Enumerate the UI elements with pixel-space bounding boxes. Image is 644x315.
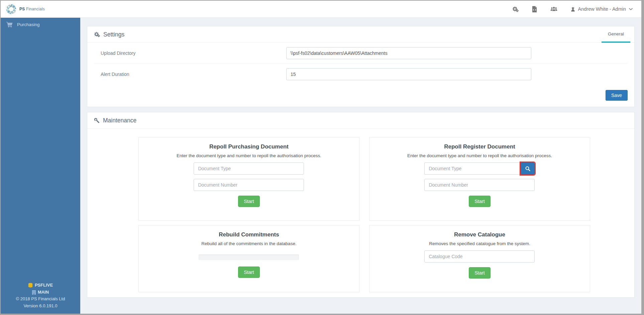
repoll-register-document-type-group <box>424 163 535 175</box>
repoll-purchasing-document-number-input[interactable] <box>194 179 304 191</box>
document-type-search-button[interactable] <box>521 163 535 175</box>
save-button[interactable]: Save <box>606 90 628 101</box>
building-icon <box>32 290 36 295</box>
database-label: MAIN <box>38 289 49 296</box>
environment-row: PSFLIVE <box>1 282 80 289</box>
chevron-down-icon <box>629 8 633 10</box>
environment-label: PSFLIVE <box>35 282 53 289</box>
maintenance-cards-grid: Repoll Purchasing Document Enter the doc… <box>138 137 628 292</box>
brand-name: Financials <box>26 7 45 11</box>
maintenance-panel: Maintenance Repoll Purchasing Document E… <box>87 112 635 298</box>
cogs-icon[interactable] <box>512 6 519 12</box>
upload-directory-field-wrap <box>286 47 531 59</box>
psf-burst-logo <box>6 4 16 14</box>
alert-duration-input[interactable] <box>286 68 531 80</box>
rebuild-progress-bar <box>199 254 299 260</box>
version: Version 6.0.191.0 <box>1 303 80 310</box>
sidebar-nav: Purchasing <box>1 18 80 31</box>
repoll-purchasing-card: Repoll Purchasing Document Enter the doc… <box>138 137 359 221</box>
brand-text: PS Financials <box>19 7 45 11</box>
remove-catalogue-start-button[interactable]: Start <box>469 267 491 279</box>
user-secret-icon <box>571 7 575 12</box>
brand[interactable]: PS Financials <box>6 4 45 14</box>
user-menu-label: Andrew White - Admin <box>578 6 626 12</box>
maintenance-body: Repoll Purchasing Document Enter the doc… <box>87 129 634 297</box>
repoll-register-document-type-input[interactable] <box>424 163 521 175</box>
remove-catalogue-title: Remove Catalogue <box>376 231 583 238</box>
tab-general[interactable]: General <box>602 26 630 43</box>
remove-catalogue-card: Remove Catalogue Removes the specified c… <box>369 225 590 292</box>
repoll-purchasing-document-type-input[interactable] <box>194 163 304 175</box>
remove-catalogue-description: Removes the specified catalogue from the… <box>376 241 583 246</box>
sidebar-item-purchasing[interactable]: Purchasing <box>1 18 80 31</box>
upload-directory-row: Upload Directory <box>94 43 628 64</box>
copyright: © 2018 PS Financials Ltd <box>1 296 80 303</box>
rebuild-commitments-start-button[interactable]: Start <box>238 267 260 278</box>
settings-panel: Settings General Upload Directory Alert … <box>87 26 635 107</box>
alert-duration-field-wrap <box>286 68 531 80</box>
shopping-cart-icon <box>6 22 13 27</box>
file-code-icon[interactable] <box>532 6 537 12</box>
users-icon[interactable] <box>550 6 557 12</box>
brand-ps: PS <box>19 7 25 11</box>
sidebar: Purchasing PSFLIVE <box>1 18 80 314</box>
rebuild-commitments-description: Rebuild all of the commitments in the da… <box>145 241 352 246</box>
maintenance-panel-heading: Maintenance <box>87 112 634 129</box>
rebuild-commitments-card: Rebuild Commitments Rebuild all of the c… <box>138 225 359 292</box>
cogs-icon <box>94 32 100 37</box>
catalogue-code-input[interactable] <box>424 250 535 262</box>
database-row: MAIN <box>1 289 80 296</box>
repoll-register-document-number-input[interactable] <box>424 179 535 191</box>
save-row: Save <box>94 85 628 101</box>
repoll-register-start-button[interactable]: Start <box>469 196 491 207</box>
sidebar-footer: PSFLIVE MAIN © 2018 PS Financials Ltd Ve… <box>1 282 80 314</box>
top-navbar: PS Financials <box>1 1 641 18</box>
settings-panel-heading: Settings General <box>87 26 634 43</box>
repoll-purchasing-description: Enter the document type and number to re… <box>145 153 352 158</box>
repoll-purchasing-start-button[interactable]: Start <box>238 196 260 207</box>
database-icon <box>28 283 33 288</box>
repoll-register-description: Enter the document type and number to re… <box>376 153 583 158</box>
sidebar-item-label: Purchasing <box>17 22 40 27</box>
main-content: Settings General Upload Directory Alert … <box>80 18 641 314</box>
repoll-register-card: Repoll Register Document Enter the docum… <box>369 137 590 221</box>
repoll-purchasing-title: Repoll Purchasing Document <box>145 143 352 150</box>
rebuild-commitments-title: Rebuild Commitments <box>145 231 352 238</box>
search-icon <box>525 166 531 172</box>
settings-panel-title: Settings <box>103 31 124 38</box>
repoll-register-title: Repoll Register Document <box>376 143 583 150</box>
upload-directory-label: Upload Directory <box>94 50 286 56</box>
wrench-icon <box>94 118 100 123</box>
user-menu[interactable]: Andrew White - Admin <box>571 6 633 12</box>
upload-directory-input[interactable] <box>286 47 531 59</box>
navbar-right: Andrew White - Admin <box>512 6 633 12</box>
settings-body: Upload Directory Alert Duration Save <box>87 43 634 107</box>
maintenance-title-wrap: Maintenance <box>94 112 136 128</box>
alert-duration-row: Alert Duration <box>94 64 628 85</box>
settings-title-wrap: Settings <box>94 26 124 42</box>
alert-duration-label: Alert Duration <box>94 72 286 77</box>
maintenance-panel-title: Maintenance <box>103 117 136 124</box>
